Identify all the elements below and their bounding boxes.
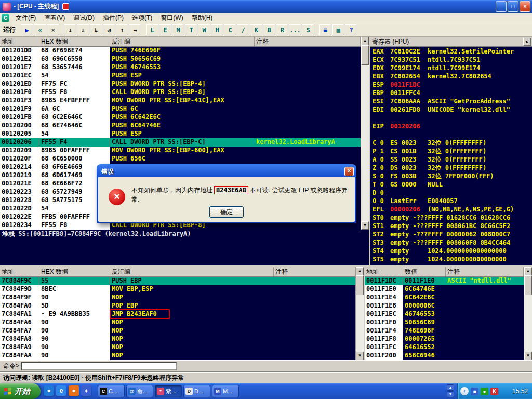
stack-row[interactable]: 0011F1F4 746E696F bbox=[365, 327, 524, 335]
disasm-scrollbar[interactable]: ▲ ▼ bbox=[361, 37, 369, 230]
disasm-row[interactable]: 001201E2 68 696C6550 PUSH 50656C69 bbox=[0, 55, 361, 63]
scroll-thumb[interactable] bbox=[524, 275, 532, 295]
stack-row[interactable]: 0011F1E4 6C642E6C bbox=[365, 294, 524, 302]
dump-row[interactable]: 7C884F9F 90 NOP bbox=[0, 294, 355, 302]
register-line[interactable]: EAX7C810C2Ekernel32.SetFilePointer bbox=[370, 48, 532, 56]
dump-row[interactable]: 7C884FA9 90 NOP bbox=[0, 343, 355, 352]
toolbar-button[interactable]: / bbox=[237, 24, 249, 35]
dump-row[interactable]: 7C884F9C 55 PUSH EBP bbox=[0, 277, 355, 285]
dialog-close-button[interactable]: × bbox=[344, 167, 354, 176]
stack-row[interactable]: 0011F1F8 00007265 bbox=[365, 335, 524, 343]
toolbar-button[interactable]: S bbox=[302, 24, 314, 35]
quicklaunch-icon[interactable]: e bbox=[56, 385, 66, 396]
register-line[interactable]: O 0LastErrE0040057 bbox=[370, 197, 532, 206]
toolbar-button[interactable]: E bbox=[159, 24, 171, 35]
toolbar-button[interactable]: T bbox=[185, 24, 197, 35]
register-line[interactable]: ST0empty -???FFFF 01628CC6 01628CC6 bbox=[370, 214, 532, 222]
register-line[interactable]: ESP0011F1DC bbox=[370, 81, 532, 89]
command-input[interactable] bbox=[21, 362, 177, 370]
disasm-row[interactable]: 001201ED FF75 FC PUSH DWORD PTR SS:[EBP-… bbox=[0, 80, 361, 88]
menu-item[interactable]: 调试(D) bbox=[69, 12, 99, 23]
toolbar-button[interactable]: ? bbox=[345, 24, 357, 35]
register-line[interactable]: ECX7C937C51ntdll.7C937C51 bbox=[370, 56, 532, 64]
stack-scrollbar[interactable]: ▲ ▼ bbox=[524, 267, 532, 360]
disasm-row[interactable]: 001201F3 8985 E4FBFFFF MOV DWORD PTR SS:… bbox=[0, 97, 361, 105]
menu-item[interactable]: 选项(T) bbox=[128, 12, 156, 23]
stack-row[interactable]: 0011F1E8 0000006C bbox=[365, 302, 524, 310]
dump-row[interactable]: 7C884FA7 90 NOP bbox=[0, 327, 355, 335]
disasm-row[interactable]: 001201EC 54 PUSH ESP bbox=[0, 72, 361, 80]
app-icon[interactable] bbox=[3, 3, 11, 11]
titlebar[interactable]: - [CPU - 主线程] _ □ × bbox=[0, 0, 532, 13]
dump-row[interactable]: 7C884FA8 90 NOP bbox=[0, 335, 355, 343]
minimize-button[interactable]: _ bbox=[496, 1, 507, 12]
register-line[interactable]: Z 0DS 002332位 0(FFFFFFFF) bbox=[370, 164, 532, 172]
toolbar-button[interactable]: ⇓ bbox=[77, 24, 89, 35]
disasm-row[interactable]: 00120205 54 PUSH ESP bbox=[0, 130, 361, 138]
register-line[interactable]: ST5empty1024.0000000000000000 bbox=[370, 256, 532, 264]
register-line[interactable]: T 0GS 0000NULL bbox=[370, 181, 532, 189]
toolbar-button[interactable]: R bbox=[276, 24, 288, 35]
menu-item[interactable]: 文件(F) bbox=[11, 12, 40, 23]
register-line[interactable]: ST1empty -???FFFF 008061BC 8C66C5F2 bbox=[370, 222, 532, 231]
toolbar-button[interactable]: × bbox=[47, 24, 59, 35]
toolbar-button[interactable]: ▶ bbox=[21, 24, 33, 35]
register-line[interactable]: ESI7C806AAAASCII "GetProcAddress" bbox=[370, 98, 532, 106]
stack-row[interactable]: 0011F1DC 0011F1E0 ASCII "ntdll.dll" bbox=[365, 277, 524, 285]
toolbar-button[interactable]: W bbox=[198, 24, 210, 35]
register-line[interactable]: C 0ES 002332位 0(FFFFFFFF) bbox=[370, 139, 532, 148]
register-line[interactable]: ST2empty -???FFFF 00000062 008D00C7 bbox=[370, 231, 532, 239]
toolbar-button[interactable]: ↺ bbox=[103, 24, 115, 35]
disasm-row[interactable]: 001201F0 FF55 F8 CALL DWORD PTR SS:[EBP-… bbox=[0, 88, 361, 97]
taskbar-task-button[interactable]: @ 命... bbox=[126, 385, 153, 397]
toolbar-button[interactable]: C bbox=[224, 24, 236, 35]
dialog-titlebar[interactable]: 错误 × bbox=[98, 166, 355, 177]
dump-scrollbar[interactable]: ▲ ▼ bbox=[355, 267, 364, 360]
toolbar-button[interactable]: H bbox=[211, 24, 223, 35]
ok-button[interactable]: 确定 bbox=[209, 206, 244, 218]
collapse-button[interactable]: < bbox=[523, 38, 531, 46]
register-line[interactable]: ST3empty -???FFFF 008060F8 8B4CC464 bbox=[370, 239, 532, 247]
taskbar-task-button[interactable]: M M... bbox=[212, 385, 239, 397]
disasm-row[interactable]: 00120200 68 6E74646C PUSH 6C64746E bbox=[0, 122, 361, 130]
register-line[interactable]: EDX7C99E174ntdll.7C99E174 bbox=[370, 64, 532, 73]
stack-row[interactable]: 0011F1EC 46746553 bbox=[365, 310, 524, 318]
register-line[interactable]: EBX7C802654kernel32.7C802654 bbox=[370, 73, 532, 81]
quicklaunch-icon[interactable]: ● bbox=[44, 385, 54, 396]
disasm-row[interactable]: 00120206 FF55 F4 CALL DWORD PTR SS:[EBP-… bbox=[0, 138, 361, 147]
register-line[interactable]: D 0 bbox=[370, 189, 532, 197]
toolbar-button[interactable]: « bbox=[34, 24, 46, 35]
dump-row[interactable]: 7C884F9D 8BEC MOV EBP,ESP bbox=[0, 285, 355, 294]
disasm-row[interactable]: 001201DD 68 6F696E74 PUSH 746E696F bbox=[0, 47, 361, 55]
disasm-row[interactable]: 001201E7 68 53657446 PUSH 46746553 bbox=[0, 63, 361, 72]
register-line[interactable]: ST4empty1024.0000000000000000 bbox=[370, 247, 532, 256]
tray-icon[interactable]: ■ bbox=[471, 388, 478, 395]
register-line[interactable]: S 0FS 003B32位 7FFDF000(FFF) bbox=[370, 172, 532, 181]
taskbar-task-button[interactable]: D D... bbox=[183, 385, 210, 397]
quicklaunch-icon[interactable]: ● bbox=[69, 385, 79, 396]
register-line[interactable]: EFL00000206(NO,NB,NE,A,NS,PE,GE,G) bbox=[370, 206, 532, 214]
toolbar-button[interactable]: L bbox=[146, 24, 158, 35]
register-line[interactable]: EIP00120206 bbox=[370, 123, 532, 131]
cpu-window-icon[interactable]: C bbox=[2, 14, 9, 22]
scroll-up-icon[interactable]: ▲ bbox=[361, 37, 369, 45]
scroll-up-icon[interactable]: ▲ bbox=[447, 384, 454, 391]
menu-item[interactable]: 帮助(H) bbox=[188, 12, 217, 23]
toolbar-button[interactable]: ↳ bbox=[90, 24, 102, 35]
disasm-row[interactable]: 001201F9 6A 6C PUSH 6C bbox=[0, 105, 361, 113]
register-line[interactable]: P 1CS 001B32位 0(FFFFFFFF) bbox=[370, 148, 532, 156]
stack-row[interactable]: 0011F1E0 6C64746E bbox=[365, 285, 524, 294]
disasm-row[interactable]: 0012020F 68 6C650000 PUSH 656C bbox=[0, 155, 361, 163]
toolbar-button[interactable]: ↑ bbox=[116, 24, 128, 35]
quicklaunch-icon[interactable]: ♦ bbox=[81, 385, 91, 396]
hide-icons-chevron[interactable]: ‹ bbox=[460, 387, 469, 395]
register-line[interactable] bbox=[370, 131, 532, 139]
dump-row[interactable]: 7C884FA0 5D POP EBP bbox=[0, 302, 355, 310]
register-line[interactable]: EBP0011FFC4 bbox=[370, 89, 532, 98]
scroll-thumb[interactable] bbox=[361, 45, 369, 65]
restore-button[interactable]: □ bbox=[508, 1, 518, 12]
start-button[interactable]: 开始 bbox=[0, 383, 41, 399]
scroll-down-icon[interactable]: ▼ bbox=[447, 391, 454, 397]
menu-item[interactable]: 查看(V) bbox=[40, 12, 69, 23]
dump-row[interactable]: 7C884FA6 90 NOP bbox=[0, 318, 355, 327]
